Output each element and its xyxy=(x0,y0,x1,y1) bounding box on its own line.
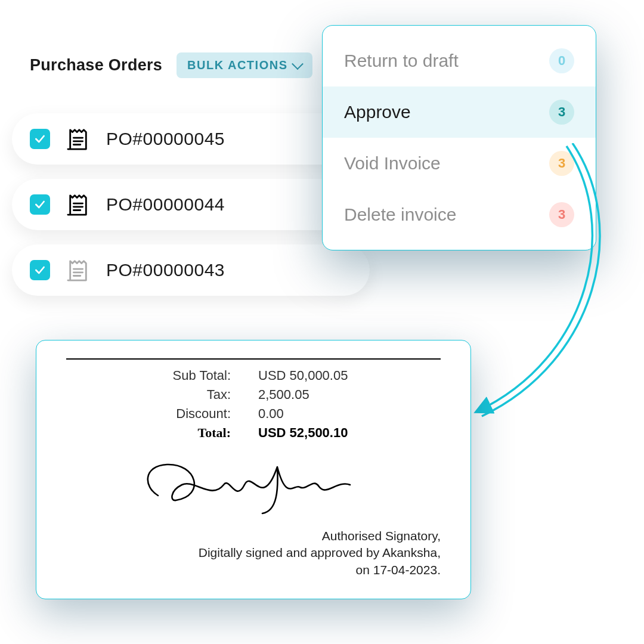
total-label: Total: xyxy=(66,425,253,441)
receipt-icon xyxy=(67,126,89,151)
checkbox-icon[interactable] xyxy=(30,129,50,149)
signatory-line: on 17-04-2023. xyxy=(66,562,441,578)
count-badge: 3 xyxy=(549,202,574,227)
signatory-line: Digitally signed and approved by Akanksh… xyxy=(66,544,441,561)
subtotal-label: Sub Total: xyxy=(66,368,253,383)
signature xyxy=(66,454,441,522)
receipt-icon xyxy=(67,192,89,217)
po-number: PO#00000044 xyxy=(106,194,225,215)
po-number: PO#00000045 xyxy=(106,129,225,149)
count-badge: 0 xyxy=(549,48,574,73)
po-row[interactable]: PO#00000044 xyxy=(12,179,370,230)
invoice-preview: Sub Total: USD 50,000.05 Tax: 2,500.05 D… xyxy=(36,340,471,599)
count-badge: 3 xyxy=(549,151,574,176)
menu-item-label: Return to draft xyxy=(344,51,459,71)
menu-item-label: Void Invoice xyxy=(344,153,441,174)
po-list: PO#00000045 PO#00000044 PO#00000043 xyxy=(12,113,370,296)
menu-item-return-to-draft[interactable]: Return to draft 0 xyxy=(323,35,596,86)
menu-item-void-invoice[interactable]: Void Invoice 3 xyxy=(323,138,596,189)
divider xyxy=(66,358,441,360)
discount-value: 0.00 xyxy=(253,406,441,422)
receipt-icon xyxy=(67,258,89,283)
count-badge: 3 xyxy=(549,100,574,125)
checkbox-icon[interactable] xyxy=(30,260,50,280)
po-number: PO#00000043 xyxy=(106,260,225,280)
menu-item-label: Approve xyxy=(344,102,411,122)
page-title: Purchase Orders xyxy=(30,56,162,75)
discount-label: Discount: xyxy=(66,406,253,422)
po-row[interactable]: PO#00000045 xyxy=(12,113,370,165)
checkbox-icon[interactable] xyxy=(30,194,50,215)
menu-item-approve[interactable]: Approve 3 xyxy=(323,86,596,138)
bulk-actions-label: BULK ACTIONS xyxy=(187,58,287,72)
menu-item-delete-invoice[interactable]: Delete invoice 3 xyxy=(323,189,596,240)
total-value: USD 52,500.10 xyxy=(253,425,441,441)
chevron-down-icon xyxy=(292,58,304,70)
tax-label: Tax: xyxy=(66,387,253,402)
bulk-actions-button[interactable]: BULK ACTIONS xyxy=(177,52,312,78)
po-row[interactable]: PO#00000043 xyxy=(12,244,370,296)
invoice-totals: Sub Total: USD 50,000.05 Tax: 2,500.05 D… xyxy=(66,368,441,441)
signatory-text: Authorised Signatory, Digitally signed a… xyxy=(66,528,441,578)
menu-item-label: Delete invoice xyxy=(344,205,456,225)
tax-value: 2,500.05 xyxy=(253,387,441,402)
subtotal-value: USD 50,000.05 xyxy=(253,368,441,383)
bulk-actions-menu: Return to draft 0 Approve 3 Void Invoice… xyxy=(322,25,596,250)
signatory-line: Authorised Signatory, xyxy=(66,528,441,544)
